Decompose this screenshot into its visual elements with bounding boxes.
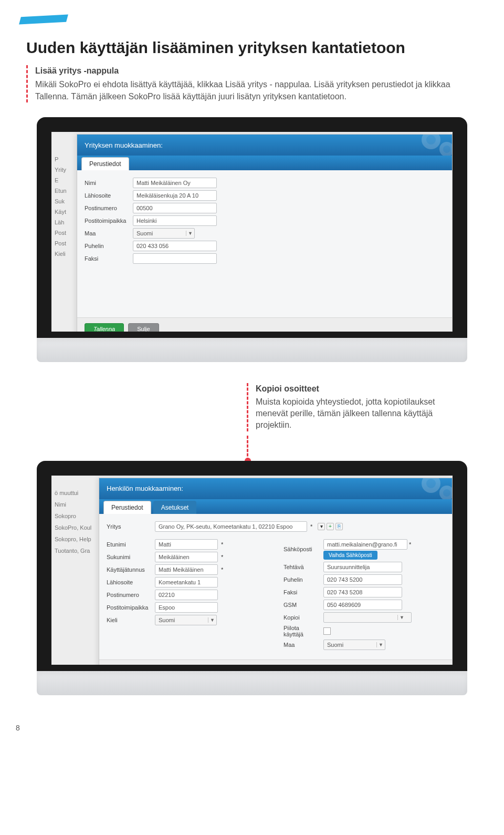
input-sahkoposti[interactable]: [323, 539, 407, 550]
chevron-down-icon: ▼: [208, 617, 216, 623]
input-postitoimipaikka[interactable]: [133, 215, 217, 226]
chevron-down-icon: ▼: [397, 615, 406, 620]
company-edit-modal: Yrityksen muokkaaminen: Perustiedot Nimi: [77, 134, 453, 338]
input-sukunimi[interactable]: [155, 552, 218, 562]
svg-point-5: [426, 479, 436, 488]
input-kayttajatunnus[interactable]: [155, 564, 218, 575]
chevron-down-icon[interactable]: ▾: [318, 523, 325, 530]
input-faksi[interactable]: [133, 253, 217, 264]
save-button-2[interactable]: Tallenna: [107, 665, 146, 671]
label-postitoimipaikka: Postitoimipaikka: [85, 218, 130, 224]
gear-icon: [400, 478, 452, 499]
modal-header: Yrityksen muokkaaminen:: [77, 135, 452, 156]
page-number: 8: [16, 724, 20, 732]
label-lahiosoite: Lähiosoite: [85, 192, 130, 199]
close-button-2[interactable]: Sulje: [150, 665, 181, 671]
input-lahiosoite[interactable]: [133, 190, 217, 201]
intro-callout: Lisää yritys -nappula Mikäli SokoPro ei …: [26, 65, 478, 102]
person-edit-modal: Henkilön muokkaaminen: Perustiedot Asetu…: [99, 478, 453, 671]
label-gsm: GSM: [284, 602, 320, 608]
modal-tabs-2: Perustiedot Asetukset: [99, 499, 452, 514]
label-postinumero: Postinumero: [85, 205, 130, 211]
label-kieli: Kieli: [107, 617, 152, 623]
gear-icon: [400, 135, 452, 156]
label-postinumero2: Postinumero: [107, 592, 152, 598]
tab-asetukset[interactable]: Asetukset: [153, 501, 197, 514]
dropdown-maa2[interactable]: Suomi ▼: [323, 640, 385, 650]
monitor-2: ö muuttui Nimi Sokopro SokoPro, Koul Sok…: [37, 461, 467, 695]
callout2-title: Kopioi osoitteet: [256, 383, 467, 395]
callout2-body: Muista kopioida yhteystiedot, jotta kopi…: [256, 396, 467, 431]
svg-point-3: [443, 146, 450, 153]
input-postinumero2[interactable]: [155, 590, 218, 600]
label-sahkoposti: Sähköposti: [284, 546, 320, 552]
svg-point-7: [443, 489, 450, 497]
label-piilota: Piilota käyttäjä: [284, 625, 320, 637]
add-icon[interactable]: +: [327, 523, 334, 530]
tab-perustiedot-2[interactable]: Perustiedot: [103, 501, 151, 514]
label-puhelin: Puhelin: [85, 243, 130, 249]
label-kopioi: Kopioi: [284, 614, 320, 621]
label-maa2: Maa: [284, 642, 320, 648]
modal-tabs: Perustiedot: [77, 156, 452, 170]
modal-title-2: Henkilön muokkaaminen:: [107, 484, 183, 492]
input-gsm[interactable]: [323, 600, 402, 610]
label-postitoimipaikka2: Postitoimipaikka: [107, 604, 152, 611]
modal-title: Yrityksen muokkaaminen:: [85, 141, 163, 149]
input-postitoimipaikka2[interactable]: [155, 602, 218, 613]
label-etunimi: Etunimi: [107, 541, 152, 548]
checkbox-piilota[interactable]: [323, 627, 331, 635]
save-button[interactable]: Tallenna: [85, 323, 124, 335]
label-kayttajatunnus: Käyttäjätunnus: [107, 566, 152, 573]
input-lahiosoite2[interactable]: [155, 577, 218, 587]
label-maa: Maa: [85, 230, 130, 236]
label-sukunimi: Sukunimi: [107, 554, 152, 560]
chevron-down-icon: ▼: [186, 231, 194, 236]
chevron-down-icon: ▼: [376, 642, 385, 647]
input-puhelin2[interactable]: [323, 574, 402, 585]
monitor-1: P Yrity E Etun Suk Käyt Läh Post Post Ki…: [37, 117, 467, 362]
label-faksi: Faksi: [85, 255, 130, 262]
input-puhelin[interactable]: [133, 241, 217, 251]
input-nimi[interactable]: [133, 178, 217, 188]
dropdown-kieli[interactable]: Suomi ▼: [155, 615, 217, 625]
dropdown-kopioi[interactable]: ▼: [323, 612, 412, 623]
label-puhelin2: Puhelin: [284, 576, 320, 583]
input-postinumero[interactable]: [133, 203, 217, 213]
input-yritys[interactable]: [155, 521, 307, 532]
modal-header-2: Henkilön muokkaaminen:: [99, 478, 452, 499]
change-email-button[interactable]: Vaihda Sähköposti: [323, 551, 377, 560]
required-star: *: [310, 523, 314, 530]
background-window-labels: P Yrity E Etun Suk Käyt Läh Post Post Ki…: [55, 154, 67, 259]
input-faksi2[interactable]: [323, 587, 402, 597]
callout-kopioi: Kopioi osoitteet Muista kopioida yhteyst…: [247, 383, 467, 431]
label-tehtava: Tehtävä: [284, 564, 320, 570]
intro-subheading: Lisää yritys -nappula: [35, 65, 478, 77]
label-nimi: Nimi: [85, 180, 130, 186]
accent-bar: [19, 15, 68, 25]
tab-perustiedot[interactable]: Perustiedot: [81, 157, 129, 170]
dropdown-maa[interactable]: Suomi ▼: [133, 228, 195, 239]
input-tehtava[interactable]: [323, 562, 402, 572]
label-yritys: Yritys: [107, 523, 152, 530]
intro-body: Mikäli SokoPro ei ehdota lisättyä käyttä…: [35, 79, 478, 102]
page-title: Uuden käyttäjän lisääminen yrityksen kan…: [26, 39, 478, 57]
leader-line: [247, 436, 478, 461]
label-faksi2: Faksi: [284, 589, 320, 595]
label-lahiosoite2: Lähiosoite: [107, 579, 152, 585]
input-etunimi[interactable]: [155, 539, 218, 550]
background-window-labels-2: ö muuttui Nimi Sokopro SokoPro, Koul Sok…: [55, 487, 91, 556]
copy-icon[interactable]: ⎘: [335, 523, 343, 530]
close-button[interactable]: Sulje: [128, 323, 159, 335]
svg-point-1: [426, 135, 436, 145]
